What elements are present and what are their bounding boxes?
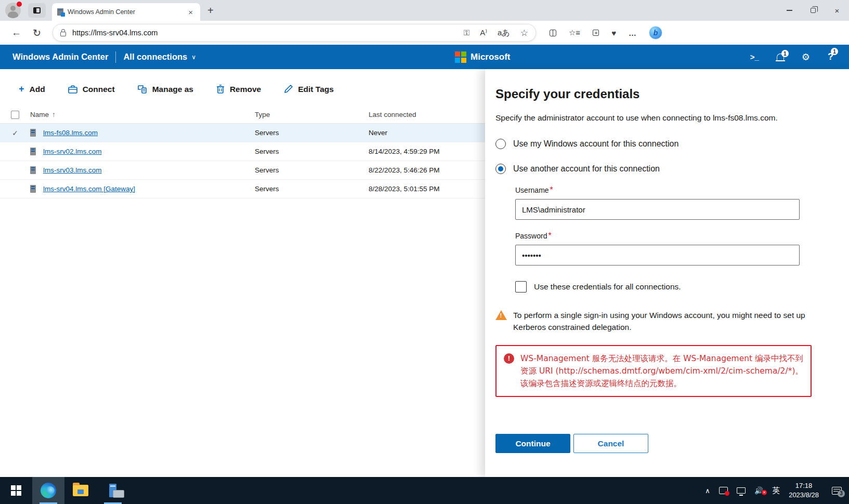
- taskbar-server-manager-button[interactable]: [97, 477, 129, 504]
- main-content: + Add Connect Manage as Remove Edit Tags: [0, 69, 849, 477]
- tray-expand-icon[interactable]: ∧: [705, 487, 710, 495]
- wac-header: Windows Admin Center All connections ∨ M…: [0, 45, 849, 69]
- help-badge: 1: [831, 48, 838, 55]
- password-label: Password: [515, 232, 547, 240]
- all-connections-checkbox-label: Use these credentials for all connection…: [534, 282, 681, 291]
- powershell-icon[interactable]: >_: [750, 52, 759, 61]
- restore-button[interactable]: [801, 0, 825, 21]
- back-button[interactable]: ←: [11, 27, 21, 38]
- row-last-connected: 8/14/2023, 4:59:29 PM: [369, 148, 485, 155]
- server-icon: [30, 185, 36, 193]
- edit-tags-label: Edit Tags: [298, 85, 334, 94]
- sort-ascending-icon: ↑: [52, 111, 56, 118]
- server-link[interactable]: lms-fs08.lms.com: [43, 129, 98, 137]
- taskbar-file-explorer-button[interactable]: [64, 477, 97, 504]
- table-row[interactable]: lms-srv02.lms.com Servers 8/14/2023, 4:5…: [0, 142, 485, 161]
- split-screen-icon[interactable]: [550, 30, 556, 36]
- taskbar-edge-button[interactable]: [32, 477, 64, 504]
- tab-close-icon[interactable]: ×: [186, 8, 195, 17]
- help-button[interactable]: ? 1: [828, 51, 833, 62]
- radio-windows-account-label: Use my Windows account for this connecti…: [513, 139, 678, 149]
- server-icon: [30, 166, 36, 174]
- settings-gear-icon[interactable]: ⚙: [802, 51, 810, 63]
- plus-icon: +: [19, 84, 24, 95]
- browser-tab[interactable]: Windows Admin Center ×: [52, 3, 200, 21]
- wac-app-title: Windows Admin Center: [12, 52, 108, 62]
- address-input[interactable]: https://lms-srv04.lms.com ⚿ A⁾ aあ ☆: [53, 24, 536, 42]
- tab-actions-icon: [33, 7, 41, 14]
- network-icon[interactable]: [737, 487, 746, 494]
- action-center-icon[interactable]: 3: [832, 487, 842, 495]
- column-type[interactable]: Type: [255, 111, 369, 118]
- windows-logo-icon: [11, 485, 21, 496]
- microsoft-logo-icon: [455, 51, 466, 63]
- radio-another-account[interactable]: Use another account for this connection: [495, 164, 839, 174]
- more-options-icon[interactable]: …: [629, 29, 636, 37]
- cancel-button[interactable]: Cancel: [573, 434, 648, 453]
- continue-button[interactable]: Continue: [495, 434, 570, 453]
- all-connections-dropdown[interactable]: All connections ∨: [123, 52, 196, 62]
- bell-badge: 1: [781, 50, 789, 57]
- password-field[interactable]: [515, 245, 800, 266]
- server-link[interactable]: lms-srv04.lms.com [Gateway]: [43, 185, 135, 193]
- bing-chat-icon[interactable]: b: [649, 26, 662, 39]
- notifications-bell-button[interactable]: 1: [777, 54, 784, 60]
- ime-language-indicator[interactable]: 英: [772, 486, 780, 496]
- server-icon: [30, 129, 36, 137]
- microsoft-brand-name: Microsoft: [471, 52, 511, 62]
- speaker-muted-icon[interactable]: 🔊✕: [754, 486, 763, 495]
- credentials-panel: Specify your credentials Specify the adm…: [485, 69, 849, 477]
- server-link[interactable]: lms-srv03.lms.com: [43, 166, 102, 174]
- row-type: Servers: [255, 129, 369, 137]
- close-button[interactable]: ×: [825, 0, 849, 21]
- column-last-connected[interactable]: Last connected: [369, 111, 485, 118]
- collections-icon[interactable]: [593, 30, 599, 36]
- table-row[interactable]: lms-srv03.lms.com Servers 8/22/2023, 5:4…: [0, 161, 485, 180]
- translate-icon[interactable]: aあ: [498, 28, 510, 38]
- browser-essentials-icon[interactable]: ♥: [611, 29, 616, 37]
- remote-session-icon[interactable]: [719, 487, 728, 494]
- panel-description: Specify the administrator account to use…: [495, 112, 802, 124]
- connections-list-area: + Add Connect Manage as Remove Edit Tags: [0, 69, 485, 477]
- password-key-icon[interactable]: ⚿: [464, 28, 469, 37]
- minimize-button[interactable]: [777, 0, 801, 21]
- username-field[interactable]: [515, 199, 800, 220]
- favorite-star-icon[interactable]: ☆: [520, 28, 528, 38]
- table-row[interactable]: lms-srv04.lms.com [Gateway] Servers 8/28…: [0, 180, 485, 198]
- new-tab-button[interactable]: +: [207, 5, 214, 17]
- manage-as-icon: [138, 85, 147, 94]
- notification-count-badge: 3: [838, 490, 845, 497]
- start-button[interactable]: [0, 477, 32, 504]
- connect-button[interactable]: Connect: [68, 85, 115, 94]
- system-tray: ∧ 🔊✕ 英 17:18 2023/8/28 3: [705, 477, 849, 504]
- add-button[interactable]: + Add: [19, 84, 45, 95]
- radio-windows-account[interactable]: Use my Windows account for this connecti…: [495, 139, 839, 149]
- password-required-marker: *: [548, 231, 551, 240]
- table-row[interactable]: ✓ lms-fs08.lms.com Servers Never: [0, 124, 485, 142]
- all-connections-checkbox-row[interactable]: Use these credentials for all connection…: [515, 281, 839, 293]
- trash-icon: [216, 85, 225, 94]
- row-type: Servers: [255, 185, 369, 193]
- select-all-checkbox[interactable]: [11, 111, 19, 119]
- row-last-connected: 8/22/2023, 5:46:26 PM: [369, 166, 485, 174]
- favorites-bar-icon[interactable]: ☆≡: [569, 28, 580, 37]
- taskbar-clock[interactable]: 17:18 2023/8/28: [789, 481, 819, 499]
- column-name[interactable]: Name: [30, 111, 49, 118]
- briefcase-icon: [68, 85, 77, 94]
- all-connections-checkbox[interactable]: [515, 281, 527, 293]
- edit-tags-button[interactable]: Edit Tags: [284, 85, 334, 94]
- clock-time: 17:18: [789, 481, 819, 490]
- file-explorer-icon: [73, 485, 88, 496]
- remove-button[interactable]: Remove: [216, 85, 261, 94]
- read-aloud-icon[interactable]: A⁾: [480, 28, 487, 37]
- manage-as-button[interactable]: Manage as: [138, 85, 193, 94]
- profile-avatar[interactable]: [5, 3, 21, 18]
- radio-selected-icon[interactable]: [495, 164, 506, 174]
- radio-unselected-icon[interactable]: [495, 139, 506, 149]
- tab-actions-menu-button[interactable]: [28, 3, 46, 18]
- server-link[interactable]: lms-srv02.lms.com: [43, 148, 102, 155]
- microsoft-brand: Microsoft: [455, 51, 511, 63]
- refresh-button[interactable]: ↻: [33, 27, 41, 39]
- server-manager-icon: [109, 484, 116, 497]
- lock-icon: [60, 32, 66, 36]
